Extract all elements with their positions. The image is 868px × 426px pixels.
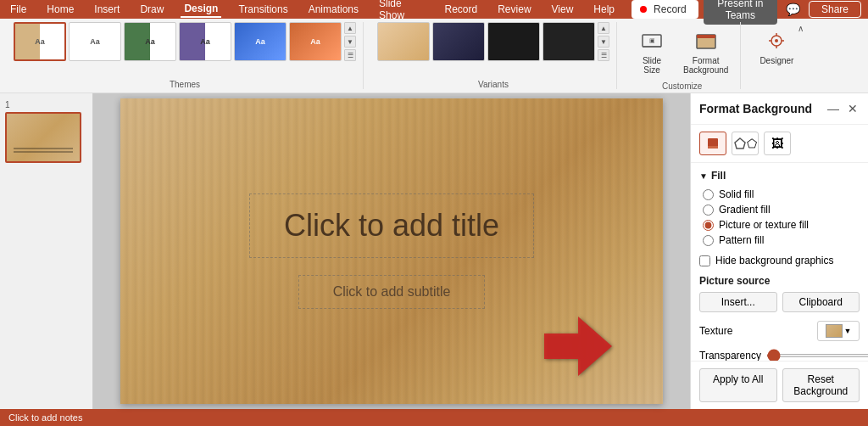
present-in-teams-button[interactable]: Present in Teams <box>704 0 777 25</box>
slide-size-label: Slide Size <box>643 56 661 75</box>
themes-group: Aa Aa Aa Aa Aa Aa ▲ ▼ ☰ Themes <box>7 22 364 89</box>
picture-texture-fill-option[interactable]: Picture or texture fill <box>703 219 860 231</box>
texture-select[interactable]: ▼ <box>817 321 860 341</box>
title-placeholder-box[interactable]: Click to add title <box>249 193 534 258</box>
picture-texture-fill-radio[interactable] <box>703 220 714 231</box>
subtitle-placeholder-box[interactable]: Click to add subtitle <box>298 275 486 309</box>
variant-scroll-up[interactable]: ▲ <box>598 22 609 34</box>
menu-draw[interactable]: Draw <box>136 2 167 17</box>
gradient-fill-radio[interactable] <box>703 205 714 216</box>
variant-2[interactable] <box>432 22 485 61</box>
line-2 <box>14 151 73 153</box>
theme-1[interactable]: Aa <box>14 22 66 61</box>
menu-view[interactable]: View <box>548 2 577 17</box>
panel-controls: — ✕ <box>826 100 860 117</box>
transparency-label: Transparency <box>699 350 761 361</box>
slide-canvas[interactable]: Click to add title Click to add subtitle <box>120 98 663 404</box>
texture-row: Texture ▼ <box>699 321 860 341</box>
pattern-fill-option[interactable]: Pattern fill <box>703 234 860 246</box>
theme-6[interactable]: Aa <box>289 22 342 61</box>
record-button[interactable]: Record <box>632 0 698 19</box>
insert-button[interactable]: Insert... <box>699 292 777 312</box>
panel-body: ▼ Fill Solid fill Gradient fill Picture … <box>691 163 868 361</box>
solid-fill-option[interactable]: Solid fill <box>703 188 860 200</box>
theme-scroll-up[interactable]: ▲ <box>344 22 356 34</box>
arrow-svg <box>544 317 612 376</box>
menu-slideshow[interactable]: Slide Show <box>376 0 427 23</box>
clipboard-button[interactable]: Clipboard <box>782 292 860 312</box>
slide-number: 1 <box>5 100 87 109</box>
status-bar: Click to add notes <box>0 409 868 426</box>
hide-bg-graphics-option[interactable]: Hide background graphics <box>699 255 860 266</box>
pattern-fill-label: Pattern fill <box>719 234 764 246</box>
designer-button[interactable]: Designer <box>754 27 798 69</box>
fill-section-header[interactable]: ▼ Fill <box>699 170 860 182</box>
variant-scroll-down[interactable]: ▼ <box>598 36 609 48</box>
customize-label: Customize <box>662 78 702 91</box>
slide-size-button[interactable]: ▣ Slide Size <box>631 27 673 78</box>
themes-label: Themes <box>170 76 200 89</box>
reset-background-button[interactable]: Reset Background <box>782 368 860 402</box>
format-background-button[interactable]: Format Background <box>678 27 733 78</box>
variants-label: Variants <box>478 76 509 89</box>
designer-group: Designer ∧ <box>748 22 805 89</box>
menu-file[interactable]: File <box>7 2 30 17</box>
hide-bg-graphics-checkbox[interactable] <box>699 255 710 266</box>
present-label: Present in Teams <box>712 0 769 23</box>
picture-source-buttons: Insert... Clipboard <box>699 292 860 312</box>
title-placeholder-text: Click to add title <box>284 208 499 244</box>
record-label: Record <box>650 2 690 17</box>
transparency-slider[interactable] <box>766 354 868 357</box>
ribbon-collapse-btn[interactable]: ∧ <box>798 24 804 33</box>
fill-radio-group: Solid fill Gradient fill Picture or text… <box>699 188 860 246</box>
solid-fill-radio[interactable] <box>703 189 714 200</box>
panel-close-button[interactable]: ✕ <box>846 100 860 117</box>
variant-3[interactable] <box>487 22 540 61</box>
main-area: 1 Click to add title Click to add subtit… <box>0 93 868 409</box>
panel-icon-row: ⬠ 🖼 <box>691 125 868 163</box>
panel-footer: Apply to All Reset Background <box>691 361 868 409</box>
menu-transitions[interactable]: Transitions <box>235 2 291 17</box>
fill-icon-button[interactable] <box>699 132 726 155</box>
format-background-icon <box>694 31 718 54</box>
menu-review[interactable]: Review <box>494 2 534 17</box>
theme-scroll-down[interactable]: ▼ <box>344 36 356 48</box>
shape-icon-button[interactable]: ⬠ <box>732 132 759 155</box>
variant-1[interactable] <box>377 22 430 61</box>
subtitle-placeholder-text: Click to add subtitle <box>333 284 451 300</box>
comments-icon[interactable]: 💬 <box>782 1 804 18</box>
menu-animations[interactable]: Animations <box>305 2 362 17</box>
variant-4[interactable] <box>542 22 595 61</box>
solid-fill-label: Solid fill <box>719 188 754 200</box>
fill-section-arrow: ▼ <box>699 171 708 181</box>
svg-point-6 <box>775 39 778 42</box>
share-button[interactable]: Share <box>809 1 861 18</box>
apply-to-all-button[interactable]: Apply to All <box>699 368 777 402</box>
theme-scroll-more[interactable]: ☰ <box>344 49 356 61</box>
theme-4[interactable]: Aa <box>179 22 231 61</box>
svg-marker-11 <box>544 317 612 376</box>
pattern-fill-radio[interactable] <box>703 235 714 246</box>
panel-header: Format Background — ✕ <box>691 93 868 125</box>
arrow-indicator <box>544 317 612 378</box>
slide-thumbnail[interactable] <box>5 112 81 163</box>
variant-scroll-more[interactable]: ☰ <box>598 49 609 61</box>
gradient-fill-option[interactable]: Gradient fill <box>703 204 860 216</box>
format-bg-label: Format Background <box>683 56 728 75</box>
picture-source-label: Picture source <box>699 275 860 287</box>
variants-group: ▲ ▼ ☰ Variants <box>370 22 617 89</box>
theme-2[interactable]: Aa <box>69 22 121 61</box>
panel-minimize-button[interactable]: — <box>826 100 841 117</box>
menu-help[interactable]: Help <box>590 2 618 17</box>
menu-record[interactable]: Record <box>442 2 481 17</box>
image-icon-button[interactable]: 🖼 <box>764 132 791 155</box>
theme-5[interactable]: Aa <box>234 22 287 61</box>
designer-label: Designer <box>760 56 793 65</box>
theme-3[interactable]: Aa <box>124 22 176 61</box>
menu-design[interactable]: Design <box>181 1 221 18</box>
notes-placeholder[interactable]: Click to add notes <box>8 412 82 423</box>
texture-dropdown-arrow: ▼ <box>844 327 852 335</box>
menu-insert[interactable]: Insert <box>91 2 123 17</box>
customize-buttons: ▣ Slide Size Format Background <box>631 22 733 78</box>
menu-home[interactable]: Home <box>43 2 77 17</box>
